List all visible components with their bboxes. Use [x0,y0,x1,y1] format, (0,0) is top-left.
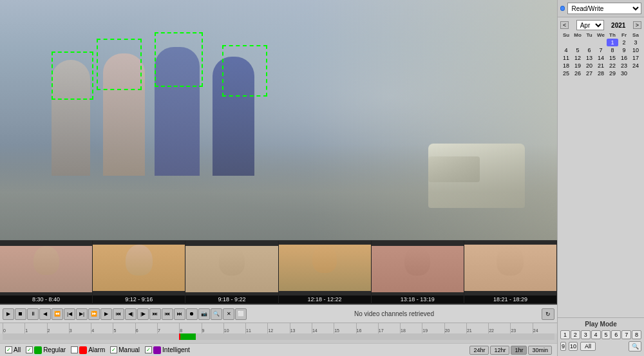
channel-1-button[interactable]: 1 [560,330,570,339]
thumb-face-5 [372,246,464,292]
skip-prev-button[interactable]: ◀| [125,308,137,320]
skip-back-button[interactable]: ⏮ [113,308,124,320]
close-button[interactable]: ✕ [223,308,234,320]
prev-clip-button[interactable]: ⏮ [162,308,173,320]
snapshot-button[interactable]: 📷 [198,308,210,320]
stop-button[interactable]: ⏹ [15,308,26,320]
cal-week-5: 25 26 27 28 29 30 [560,70,641,77]
cal-day-13[interactable]: 13 [583,54,595,62]
skip-next-button[interactable]: |▶ [137,308,149,320]
tick-21: 21 [466,323,488,333]
next-frame-button[interactable]: ▶| [76,308,88,320]
legend-regular[interactable]: ✓ Regular [26,346,66,354]
legend-alarm-check[interactable] [71,346,78,353]
tick-7: 7 [157,323,179,333]
calendar-prev-button[interactable]: < [560,21,569,29]
video-background [0,0,557,240]
zoom-24hr-button[interactable]: 24hr [469,346,489,355]
zoom-12hr-button[interactable]: 12hr [490,346,509,355]
cal-day-16[interactable]: 16 [618,54,630,62]
cal-day-26[interactable]: 26 [572,70,583,77]
forward-slow-button[interactable]: ▶ [100,308,112,320]
cal-day-9[interactable]: 9 [618,46,630,54]
cal-day-6[interactable]: 6 [583,46,595,54]
thumbnail-6[interactable]: 18:21 - 18:29 [464,241,557,304]
cal-day-5[interactable]: 5 [572,46,583,54]
cal-day-11[interactable]: 11 [560,54,572,62]
channel-6-button[interactable]: 6 [611,330,621,339]
prev-frame-button[interactable]: |◀ [64,308,75,320]
cal-day-27[interactable]: 27 [583,70,595,77]
fullscreen-button[interactable]: ⬜ [235,308,247,320]
legend-manual[interactable]: ✓ Manual [110,346,140,353]
channel-4-button[interactable]: 4 [591,330,601,339]
record-button[interactable]: ⏺ [186,308,198,320]
thumbnail-5[interactable]: 13:18 - 13:19 [372,241,464,304]
cal-day-24[interactable]: 24 [630,62,641,70]
cal-day-1[interactable]: 1 [607,39,618,46]
cal-day-17[interactable]: 17 [630,54,641,62]
calendar-year: 2021 [611,22,625,29]
skip-fwd-button[interactable]: ⏭ [149,308,161,320]
timeline-area[interactable]: 0 1 2 3 4 5 6 7 8 9 10 11 12 13 14 15 16… [0,323,557,343]
cal-day-25[interactable]: 25 [560,70,572,77]
cal-day-14[interactable]: 14 [595,54,607,62]
mode-select[interactable]: Read/Write Read Only [567,3,641,14]
cal-day-23[interactable]: 23 [618,62,630,70]
rewind-slow-button[interactable]: ◀ [39,308,51,320]
cal-day-3[interactable]: 3 [630,39,641,46]
channel-7-button[interactable]: 7 [621,330,631,339]
thumbnail-3[interactable]: 9:18 - 9:22 [185,241,278,304]
cal-day-28[interactable]: 28 [595,70,607,77]
cal-day-2[interactable]: 2 [618,39,630,46]
legend-manual-check[interactable]: ✓ [110,346,117,353]
pause-button[interactable]: ⏸ [27,308,39,320]
legend-all[interactable]: ✓ All [5,346,21,353]
channel-all-button[interactable]: All [580,342,596,351]
cal-day-21[interactable]: 21 [595,62,607,70]
cal-day-4[interactable]: 4 [560,46,572,54]
cal-day-12[interactable]: 12 [572,54,583,62]
cal-day-30[interactable]: 30 [618,70,630,77]
calendar-month-select[interactable]: Apr JanFebMar MayJunJulAug SepOctNovDec [576,20,604,30]
timeline-bar[interactable] [3,333,554,340]
channel-10-button[interactable]: 10 [569,342,578,351]
thumbnail-4[interactable]: 12:18 - 12:22 [279,241,372,304]
channel-5-button[interactable]: 5 [601,330,611,339]
main-container: 8:30 - 8:40 9:12 - 9:16 9:18 - 9:22 12:1… [0,0,644,356]
thumbnail-2[interactable]: 9:12 - 9:16 [93,241,185,304]
calendar-next-button[interactable]: > [633,21,641,29]
cal-day-7[interactable]: 7 [595,46,607,54]
legend-regular-check[interactable]: ✓ [26,346,33,353]
tick-1: 1 [24,323,46,333]
refresh-button[interactable]: ↻ [542,308,554,320]
play-button[interactable]: ▶ [3,308,14,320]
zoom-1hr-button[interactable]: 1hr [511,346,527,355]
play-mode-search-button[interactable]: 🔍 [629,341,641,351]
channel-3-button[interactable]: 3 [581,330,591,339]
cal-day-19[interactable]: 19 [572,62,583,70]
tick-15: 15 [334,323,355,333]
next-clip-button[interactable]: ⏭ [174,308,185,320]
cal-day-15[interactable]: 15 [607,54,618,62]
rewind-button[interactable]: ⏪ [52,308,63,320]
legend-intelligent-check[interactable]: ✓ [145,346,152,353]
legend-all-check[interactable]: ✓ [5,346,12,353]
legend-intelligent[interactable]: ✓ Intelligent [145,346,190,354]
cal-day-10[interactable]: 10 [630,46,641,54]
channel-2-button[interactable]: 2 [571,330,580,339]
legend-intelligent-dot [153,346,161,354]
zoom-30min-button[interactable]: 30min [528,346,552,355]
cal-day-29[interactable]: 29 [607,70,618,77]
cal-day-18[interactable]: 18 [560,62,572,70]
fast-forward-button[interactable]: ⏩ [88,308,100,320]
cal-day-22[interactable]: 22 [607,62,618,70]
channel-8-button[interactable]: 8 [632,330,641,339]
legend-alarm[interactable]: Alarm [71,346,105,354]
cal-day-8[interactable]: 8 [607,46,618,54]
zoom-button[interactable]: 🔍 [211,308,222,320]
thumbnail-1[interactable]: 8:30 - 8:40 [0,241,93,304]
cal-day-20[interactable]: 20 [583,62,595,70]
channel-9-button[interactable]: 9 [560,342,566,351]
legend-alarm-label: Alarm [88,346,105,353]
